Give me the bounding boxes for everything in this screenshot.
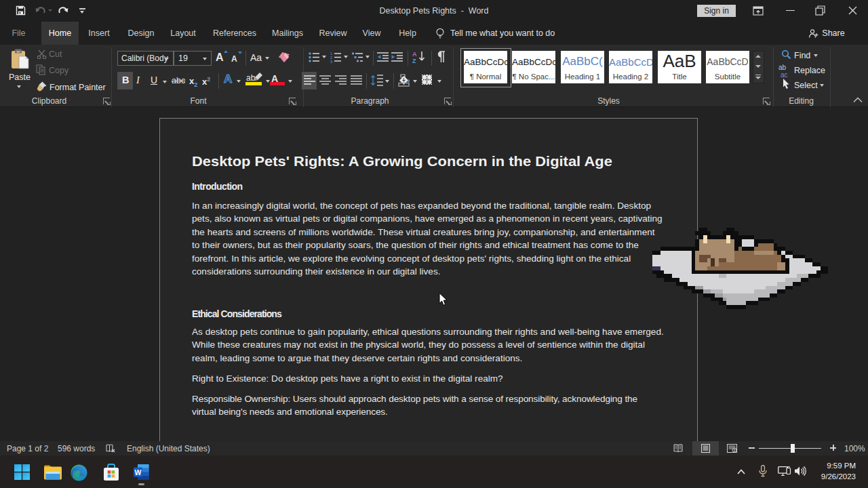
svg-text:A: A: [412, 51, 417, 58]
svg-text:W: W: [135, 468, 142, 476]
svg-text:Z: Z: [412, 58, 416, 64]
svg-text:3: 3: [330, 60, 332, 63]
